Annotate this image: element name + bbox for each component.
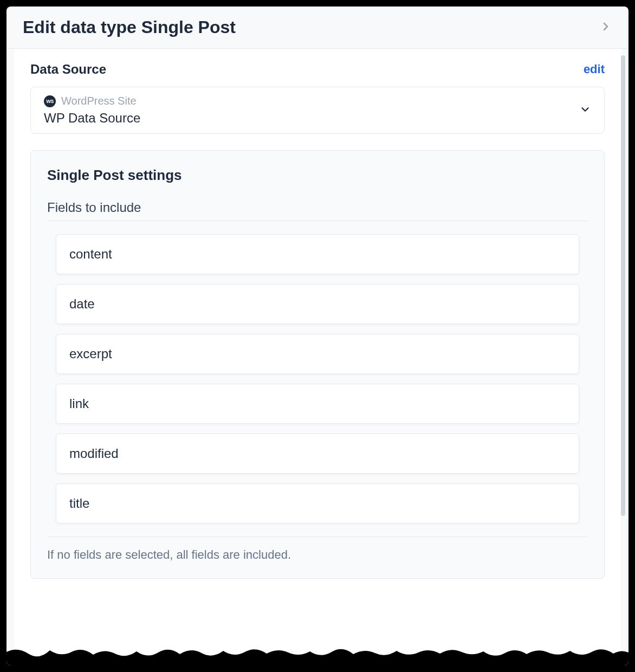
chevron-right-icon[interactable] (599, 20, 612, 35)
divider (47, 537, 588, 537)
data-source-header: Data Source edit (30, 62, 605, 77)
field-item[interactable]: title (56, 483, 579, 524)
field-item[interactable]: modified (56, 434, 579, 474)
field-item[interactable]: link (56, 384, 579, 424)
edit-panel: Edit data type Single Post Data Source e… (7, 7, 628, 665)
field-item[interactable]: date (56, 284, 579, 324)
source-info: WS WordPress Site WP Data Source (44, 95, 140, 126)
source-type-label: WordPress Site (61, 95, 137, 107)
field-list: content date excerpt link modified title (47, 234, 588, 524)
chevron-down-icon (579, 104, 591, 118)
field-item[interactable]: excerpt (56, 334, 579, 374)
settings-card: Single Post settings Fields to include c… (30, 150, 605, 579)
scrollbar[interactable] (621, 55, 625, 516)
scrollbar-thumb[interactable] (621, 55, 625, 516)
hint-text: If no fields are selected, all fields ar… (47, 548, 588, 562)
panel-title: Edit data type Single Post (23, 17, 236, 37)
content-area: Data Source edit WS WordPress Site WP Da… (14, 49, 621, 659)
field-item[interactable]: content (56, 234, 579, 274)
fields-to-include-label: Fields to include (47, 200, 588, 221)
source-value: WP Data Source (44, 111, 140, 126)
wordpress-badge-icon: WS (44, 95, 56, 107)
edit-button[interactable]: edit (584, 62, 605, 76)
settings-title: Single Post settings (47, 167, 588, 184)
data-source-label: Data Source (30, 62, 106, 77)
panel-header: Edit data type Single Post (7, 7, 628, 49)
data-source-selector[interactable]: WS WordPress Site WP Data Source (30, 87, 605, 134)
source-label-row: WS WordPress Site (44, 95, 140, 107)
